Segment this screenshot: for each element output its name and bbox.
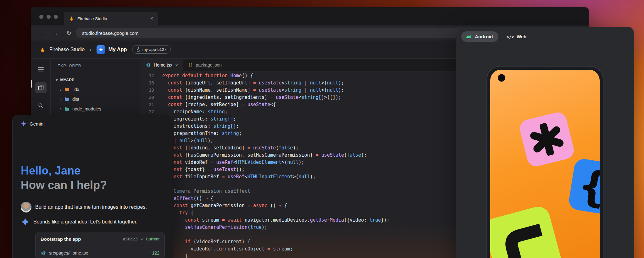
explorer-item[interactable]: ›.idx [51,84,141,94]
diff-added-count: +122 [149,250,159,255]
line-number: 17 [141,73,159,78]
react-icon [41,250,46,255]
code-text: setHasCameraPermission(true); [159,224,267,230]
assistant-message-text: Sounds like a great idea! Let's build it… [33,219,137,225]
browser-tab-bar: Firebase Studio × [31,7,589,25]
explorer-title: EXPLORER [51,64,141,68]
blue-shape: { [568,158,600,217]
editor-tab-package-json[interactable]: {} package.json [183,59,227,71]
window-controls[interactable] [39,15,58,19]
app-prototype-icon [97,45,105,54]
gemini-spark-icon [21,218,30,226]
json-braces-icon: {} [188,63,193,67]
chevron-right-icon: › [60,106,62,111]
gemini-brand: Gemini [30,121,45,126]
gemini-panel: Gemini Hello, Jane How can I help? Build… [12,115,173,258]
explorer-item[interactable]: ›node_modules [51,104,141,114]
editor-tab-label: Home.tsx [154,62,172,67]
app-id-badge[interactable]: my-app-5127 [132,45,171,54]
firebase-logo-icon [39,46,46,53]
android-toggle[interactable]: Android [461,31,498,42]
greeting-line2: How can I help? [21,178,165,192]
editor-tab-home[interactable]: Home.tsx × [141,59,183,71]
close-window-button[interactable] [39,15,43,19]
minimize-window-button[interactable] [47,15,51,19]
gemini-header: Gemini [13,115,173,126]
browser-tab[interactable]: Firebase Studio × [64,12,158,25]
user-message-text: Build an app that lets me turn images in… [35,204,147,210]
pink-shape [518,110,576,168]
code-text: const [hasCameraPermission, setHasCamera… [159,152,367,158]
android-toggle-label: Android [475,34,493,39]
folder-icon [64,107,69,111]
back-icon[interactable]: ← [38,30,44,36]
code-text: videoRef.current.srcObject = stream; [159,246,293,252]
preview-toggle-group: Android </> Web [456,27,634,42]
code-text: const [loading, setLoading] = useState(f… [159,145,299,151]
explorer-item-label: dist [72,97,79,102]
code-text: const [imageUrl, setImageUrl] = useState… [159,80,344,86]
code-brackets-icon: </> [507,34,514,39]
status-text: Current [146,237,159,241]
brace-glyph: { [575,164,600,209]
line-number: 22 [141,109,159,114]
gemini-spark-icon [21,121,26,126]
line-number: 21 [141,102,159,107]
files-icon [38,84,44,91]
explorer-view-button[interactable] [35,82,47,93]
tab-close-icon[interactable]: × [150,16,153,21]
code-text: const videoRef = useRef<HTMLVideoElement… [159,159,304,165]
zoom-window-button[interactable] [54,15,58,19]
phone-screen: { [490,70,600,258]
hook-glyph [494,216,552,258]
screenshot-stage: Firebase Studio × ← → ↻ studio.firebase.… [0,0,644,258]
code-text: const [dishName, setDishName] = useState… [159,87,344,93]
code-text: const [recipe, setRecipe] = useState<{ [159,102,276,107]
bootstrap-task-card[interactable]: Bootstrap the app a56c23 ✓ Current src/p… [35,232,165,258]
chevron-right-icon: › [60,87,62,92]
android-robot-icon [465,35,472,39]
app-name[interactable]: My App [108,46,127,52]
code-text: const stream = await navigator.mediaDevi… [159,217,390,223]
code-text: const [ingredients, setIngredients] = us… [159,94,341,100]
tab-close-icon[interactable]: × [175,62,178,68]
check-icon: ✓ [141,237,144,241]
explorer-item-label: node_modules [72,106,101,111]
device-preview-panel: Android </> Web [456,27,634,258]
code-text: const fileInputRef = useRef<HTMLInputEle… [159,174,316,180]
green-shape [490,204,564,258]
changed-file-row[interactable]: src/pages/Home.tsx +122 [36,246,164,258]
phone-mockup: { [486,66,603,258]
code-text: const getCameraPermission = async () ⇒ { [159,203,287,208]
app-id-text: my-app-5127 [142,47,167,52]
forward-icon[interactable]: → [52,30,58,36]
explorer-item[interactable]: ›dist [51,94,141,104]
web-toggle[interactable]: </> Web [507,34,527,39]
explorer-item-label: .idx [72,87,79,92]
explorer-root-folder[interactable]: ▾ MYAPP [51,75,141,84]
flask-icon [136,47,140,51]
line-number: 20 [141,95,159,100]
status-badge: ✓ Current [141,237,159,241]
user-message-row: Build an app that lets me turn images in… [13,202,173,212]
code-text: export default function Home() { [159,73,253,78]
line-number: 19 [141,88,159,93]
product-name[interactable]: Firebase Studio [49,47,85,52]
menu-button[interactable] [35,64,47,75]
assistant-message-row: Sounds like a great idea! Let's build it… [13,218,173,226]
line-number: 18 [141,80,159,85]
user-avatar [21,202,31,212]
search-view-button[interactable] [35,100,47,111]
search-icon [38,103,44,109]
active-view-indicator [31,80,32,88]
hamburger-icon [38,67,44,72]
editor-tab-label: package.json [196,62,222,67]
url-text: studio.firebase.google.com [82,30,138,36]
code-text: recipeName: string; [159,109,228,115]
web-toggle-label: Web [517,34,526,39]
greeting-line1: Hello, Jane [21,164,165,178]
reload-icon[interactable]: ↻ [66,30,71,36]
root-folder-label: MYAPP [60,78,75,82]
tab-title: Firebase Studio [77,16,107,21]
camera-punch-hole [498,74,505,82]
